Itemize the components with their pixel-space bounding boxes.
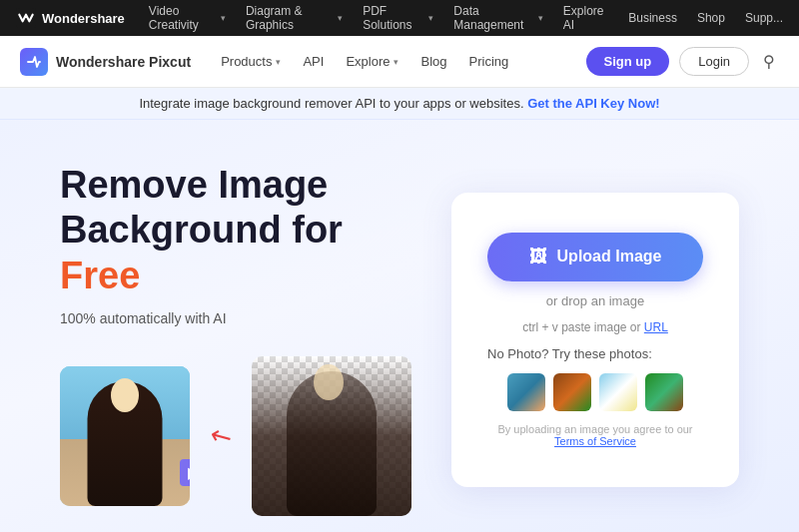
signup-button[interactable]: Sign up — [586, 47, 670, 76]
hero-title-line2: Background for — [60, 209, 343, 251]
secondary-nav-links: Products▾ API Explore▾ Blog Pricing — [211, 50, 581, 73]
hero-section: Remove Image Background for Free 100% au… — [0, 120, 799, 532]
topnav-item-pdf[interactable]: PDF Solutions▾ — [363, 4, 433, 32]
api-banner: Integrate image background remover API t… — [0, 88, 799, 120]
nav-api[interactable]: API — [293, 50, 334, 73]
samples-label: No Photo? Try these photos: — [487, 346, 652, 361]
hero-subtitle: 100% automatically with AI — [60, 310, 411, 326]
wondershare-logo[interactable]: Wondershare — [16, 8, 125, 28]
banner-text: Integrate image background remover API t… — [139, 96, 523, 111]
upload-or-text: or drop an image — [546, 293, 644, 308]
nav-blog[interactable]: Blog — [410, 50, 456, 73]
sample-thumb-2[interactable] — [553, 373, 591, 411]
demo-after-image — [252, 356, 411, 516]
topnav-item-support[interactable]: Supp... — [745, 11, 783, 25]
upload-button[interactable]: 🖼 Upload Image — [487, 233, 703, 281]
top-navigation: Wondershare Video Creativity▾ Diagram & … — [0, 0, 799, 36]
before-person — [60, 366, 190, 506]
nav-actions: Sign up Login ⚲ — [586, 47, 779, 76]
upload-icon: 🖼 — [529, 247, 547, 267]
nav-products[interactable]: Products▾ — [211, 50, 291, 73]
hero-title-line1: Remove Image — [60, 164, 328, 206]
wondershare-brand-name: Wondershare — [42, 11, 125, 26]
upload-button-label: Upload Image — [557, 248, 662, 266]
pixcut-brand-logo[interactable]: Wondershare Pixcut — [20, 48, 191, 76]
demo-images: ▶ ↗ — [60, 356, 411, 516]
upload-hint-text: ctrl + v paste image or URL — [522, 320, 668, 334]
search-icon: ⚲ — [763, 53, 775, 70]
sample-photo-grid — [507, 373, 683, 411]
url-link[interactable]: URL — [644, 320, 668, 334]
nav-explore[interactable]: Explore▾ — [336, 50, 408, 73]
topnav-item-explore-ai[interactable]: Explore AI — [563, 4, 608, 32]
products-chevron: ▾ — [276, 57, 281, 67]
sample-thumb-4[interactable] — [645, 373, 683, 411]
upload-card: 🖼 Upload Image or drop an image ctrl + v… — [451, 193, 739, 487]
nav-pricing[interactable]: Pricing — [459, 50, 519, 73]
secondary-navigation: Wondershare Pixcut Products▾ API Explore… — [0, 36, 799, 88]
hero-title-highlight: Free — [60, 255, 140, 296]
terms-of-service-link[interactable]: Terms of Service — [554, 435, 636, 447]
topnav-item-diagram[interactable]: Diagram & Graphics▾ — [246, 4, 343, 32]
demo-before-image: ▶ — [60, 366, 190, 506]
login-button[interactable]: Login — [679, 47, 749, 76]
pixcut-icon — [20, 48, 48, 76]
hero-content-left: Remove Image Background for Free 100% au… — [60, 163, 411, 517]
topnav-item-data[interactable]: Data Management▾ — [453, 4, 542, 32]
pixcut-brand-name: Wondershare Pixcut — [56, 54, 191, 70]
hero-title: Remove Image Background for Free — [60, 163, 411, 299]
sample-thumb-3[interactable] — [599, 373, 637, 411]
curved-arrow-icon: ↗ — [204, 417, 239, 455]
sample-thumb-1[interactable] — [507, 373, 545, 411]
explore-chevron: ▾ — [394, 57, 399, 67]
search-button[interactable]: ⚲ — [759, 48, 779, 75]
topnav-item-shop[interactable]: Shop — [697, 11, 725, 25]
topnav-item-video[interactable]: Video Creativity▾ — [149, 4, 226, 32]
api-key-link[interactable]: Get the API Key Now! — [527, 96, 659, 111]
terms-text: By uploading an image you agree to our T… — [487, 423, 703, 447]
svg-rect-0 — [16, 8, 36, 28]
topnav-item-business[interactable]: Business — [628, 11, 677, 25]
